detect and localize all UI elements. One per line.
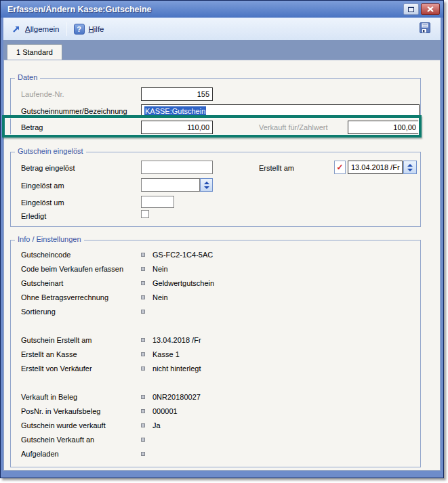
row-bullet-icon xyxy=(141,395,145,399)
restore-button[interactable] xyxy=(403,3,419,15)
row-bullet-icon xyxy=(141,423,145,427)
close-icon xyxy=(427,6,434,12)
info-row: Code beim Verkaufen erfassen Nein xyxy=(21,265,434,274)
gutscheinnummer-field[interactable]: KASSE:Gutschein xyxy=(141,104,420,118)
info-row-label: Gutscheincode xyxy=(21,251,70,259)
row-bullet-icon xyxy=(141,366,145,371)
info-row-value: Kasse 1 xyxy=(152,350,180,358)
info-row-label: Ohne Betragsverrechnung xyxy=(21,293,108,301)
erstellt-am-value: 13.04.2018 /Fr xyxy=(351,163,400,171)
eingeloest-um-field[interactable] xyxy=(141,196,174,208)
info-row-value: Ja xyxy=(152,421,161,429)
eingeloest-am-field[interactable] xyxy=(141,178,200,192)
allgemein-label: Allgemein xyxy=(25,25,60,33)
info-row-value: 0NR20180027 xyxy=(152,393,201,401)
laufende-nr-field[interactable]: 155 xyxy=(141,87,213,101)
row-bullet-icon xyxy=(141,295,145,299)
info-row: Gutschein Verkauft an xyxy=(21,436,434,445)
toolbar-separator xyxy=(66,22,67,36)
info-row: Ohne Betragsverrechnung Nein xyxy=(21,293,434,303)
close-button[interactable] xyxy=(421,3,440,15)
info-row-value: nicht hinterlegt xyxy=(152,364,201,373)
info-row: Erstellt von Verkäufer nicht hinterlegt xyxy=(21,364,434,374)
allgemein-menu-button[interactable]: Allgemein xyxy=(12,24,60,34)
eingeloest-um-label: Eingelöst um xyxy=(21,198,64,207)
info-row-label: Gutscheinart xyxy=(21,279,63,287)
group-info-title: Info / Einstellungen xyxy=(15,235,84,243)
erstellt-am-date-field[interactable]: 13.04.2018 /Fr xyxy=(348,161,403,174)
info-row-value: GS-FC2-1C4-5AC xyxy=(152,251,213,259)
spinner-up-icon xyxy=(407,164,413,167)
eingeloest-am-label: Eingelöst am xyxy=(21,181,64,190)
eingeloest-am-spinner[interactable] xyxy=(200,178,213,192)
tab-standard-label: 1 Standard xyxy=(16,48,53,56)
info-row: Erstellt an Kasse Kasse 1 xyxy=(21,350,434,360)
tab-strip: 1 Standard xyxy=(3,40,441,60)
info-row-label: Aufgeladen xyxy=(21,450,59,458)
erledigt-label: Erledigt xyxy=(21,211,46,221)
row-bullet-icon xyxy=(141,352,145,356)
row-bullet-icon xyxy=(141,310,145,314)
spinner-up-icon xyxy=(204,182,209,184)
erledigt-checkbox[interactable] xyxy=(141,210,149,218)
erstellt-am-check-button[interactable]: ✓ xyxy=(334,161,346,174)
row-bullet-icon xyxy=(141,267,145,271)
info-row: Gutscheincode GS-FC2-1C4-5AC xyxy=(21,251,434,260)
info-row: Gutschein Erstellt am 13.04.2018 /Fr xyxy=(21,336,434,345)
window-title: Erfassen/Ändern Kasse:Gutscheine xyxy=(7,5,401,14)
info-row: Verkauft in Beleg 0NR20180027 xyxy=(21,393,434,402)
row-bullet-icon xyxy=(141,409,145,413)
info-row-label: Verkauft in Beleg xyxy=(21,393,77,401)
hilfe-label: Hilfe xyxy=(89,25,104,33)
verkauft-fuer-field[interactable]: 100,00 xyxy=(348,121,420,134)
verkauft-fuer-label: Verkauft für/Zahlwert xyxy=(259,123,328,132)
info-row-value: 000001 xyxy=(152,407,178,415)
info-row-label: PosNr. in Verkaufsbeleg xyxy=(21,407,100,415)
row-bullet-icon xyxy=(141,452,145,456)
save-button[interactable] xyxy=(419,22,431,37)
info-row-label: Gutschein Verkauft an xyxy=(21,436,94,444)
info-row: Aufgeladen xyxy=(21,450,434,459)
info-row: Gutscheinart Geldwertgutschein xyxy=(21,279,434,289)
erstellt-am-label: Erstellt am xyxy=(259,163,294,173)
group-eingeloest-title: Gutschein eingelöst xyxy=(15,147,86,155)
save-floppy-icon xyxy=(419,22,431,34)
laufende-nr-label: Laufende-Nr. xyxy=(21,89,64,99)
info-row-value: Nein xyxy=(152,265,168,273)
titlebar[interactable]: Erfassen/Ändern Kasse:Gutscheine xyxy=(1,1,443,18)
red-check-icon: ✓ xyxy=(336,163,343,172)
info-row: Sortierung xyxy=(21,308,434,317)
betrag-eingeloest-field[interactable] xyxy=(141,161,213,174)
info-row: Gutschein wurde verkauft Ja xyxy=(21,421,434,431)
info-row-label: Erstellt von Verkäufer xyxy=(21,364,92,373)
spinner-down-icon xyxy=(204,186,209,189)
betrag-field[interactable]: 110,00 xyxy=(141,121,213,134)
betrag-label: Betrag xyxy=(21,123,43,132)
info-row: PosNr. in Verkaufsbeleg 000001 xyxy=(21,407,434,417)
info-row-label: Sortierung xyxy=(21,308,56,316)
info-row-value: 13.04.2018 /Fr xyxy=(152,336,201,344)
selected-text: KASSE:Gutschein xyxy=(144,106,206,116)
app-window: Erfassen/Ändern Kasse:Gutscheine Allgeme… xyxy=(0,0,444,478)
toolbar: Allgemein ? Hilfe xyxy=(3,18,441,40)
hilfe-menu-button[interactable]: ? Hilfe xyxy=(74,24,104,35)
arrow-up-right-icon xyxy=(12,24,21,34)
gutscheinnummer-label: Gutscheinnummer/Bezeichnung xyxy=(21,106,127,116)
row-bullet-icon xyxy=(141,281,145,285)
row-bullet-icon xyxy=(141,438,145,442)
betrag-value: 110,00 xyxy=(187,123,209,131)
help-icon: ? xyxy=(74,24,85,35)
window-body: Allgemein ? Hilfe xyxy=(3,18,441,471)
tab-standard[interactable]: 1 Standard xyxy=(7,44,62,60)
restore-icon xyxy=(408,7,414,12)
info-row-label: Code beim Verkaufen erfassen xyxy=(21,265,123,273)
group-daten-title: Daten xyxy=(15,73,40,81)
info-row-value: Nein xyxy=(152,293,168,301)
info-row-label: Erstellt an Kasse xyxy=(21,350,77,358)
betrag-eingeloest-label: Betrag eingelöst xyxy=(21,163,75,173)
row-bullet-icon xyxy=(141,253,145,257)
info-row-value: Geldwertgutschein xyxy=(152,279,214,287)
info-row-label: Gutschein wurde verkauft xyxy=(21,421,106,429)
spinner-down-icon xyxy=(407,169,413,171)
erstellt-am-spinner[interactable] xyxy=(403,161,417,174)
